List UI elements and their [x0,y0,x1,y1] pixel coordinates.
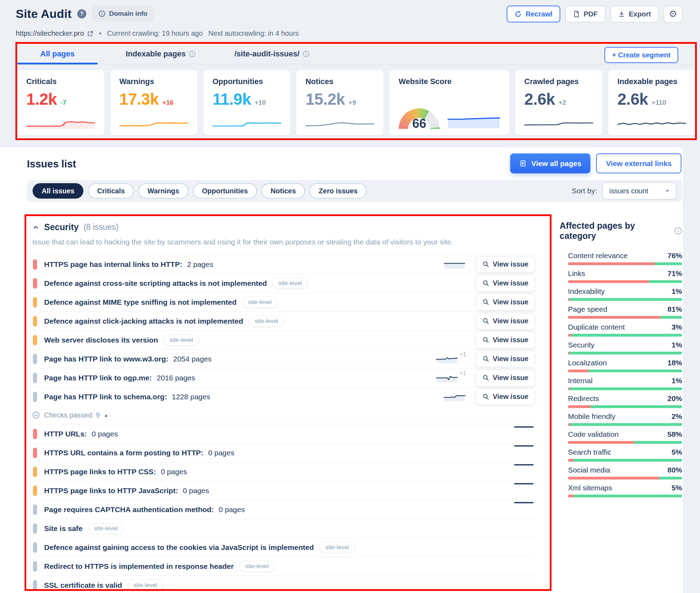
severity-indicator-notice [33,504,37,515]
pdf-label: PDF [584,10,598,18]
filter-pill-opportunities[interactable]: Opportunities [193,183,257,199]
card-label: Opportunities [213,77,282,86]
chevron-up-icon[interactable] [32,224,39,231]
issues-filter-bar: All issuesCriticalsWarningsOpportunities… [27,180,682,202]
severity-indicator-critical [33,429,37,439]
card-label: Warnings [119,77,188,86]
domain-info-button[interactable]: Domain info [92,6,154,22]
stat-card-website-score[interactable]: Website Score 66 [389,70,509,135]
view-issue-label: View issue [493,279,528,287]
affected-portion [568,370,589,372]
issue-page-count: 2016 pages [155,374,195,382]
card-delta: -7 [61,99,67,106]
sidebar-title: Affected pages by category [560,221,670,241]
magnifier-icon [483,318,489,324]
site-url-link[interactable]: https://sitechecker.pro [16,29,93,37]
issue-title: Page has HTTP link to ogp.me: 2016 pages [44,374,195,382]
filter-pill-notices[interactable]: Notices [262,183,305,199]
view-issue-button[interactable]: View issue [476,256,535,273]
view-issue-button[interactable]: View issue [476,313,535,329]
trend-delta: +1 [460,370,466,377]
stat-card-criticals[interactable]: Criticals 1.2k -7 [17,70,104,135]
stat-card-notices[interactable]: Notices 15.2k +9 [296,70,383,135]
info-icon [189,50,196,57]
security-section-header[interactable]: Security (8 issues) [32,222,536,232]
settings-button[interactable]: ⚙ [664,6,682,22]
view-issue-button[interactable]: View issue [476,294,535,310]
unaffected-portion [570,387,682,390]
category-label: Xml sitemaps [568,484,612,492]
issue-title: Redirect to HTTPS is implemented in resp… [44,562,234,571]
view-all-pages-button[interactable]: View all pages [510,153,590,173]
category-item-search-traffic: Search traffic 5% [568,448,682,462]
unaffected-portion [655,262,682,265]
tab-all-pages[interactable]: All pages [17,44,98,64]
recrawl-label: Recrawl [526,10,553,18]
export-button[interactable]: Export [610,6,659,22]
sort-dropdown[interactable]: issues count [602,182,677,200]
issue-title: Defence against gaining access to the co… [44,543,314,552]
card-sparkline [213,118,282,129]
recrawl-button[interactable]: Recrawl [507,6,560,22]
filter-pill-zero-issues[interactable]: Zero issues [310,183,367,199]
filter-pill-all-issues[interactable]: All issues [33,183,83,199]
category-progress-bar [568,405,682,408]
stat-card-crawled-pages[interactable]: Crawled pages 2.6k +2 [515,70,602,135]
create-segment-button[interactable]: + Create segment [604,47,678,63]
unaffected-portion [660,316,682,319]
site-level-badge: site-level [88,523,124,534]
card-sparkline [305,118,374,129]
affected-portion [568,334,571,337]
view-issue-button[interactable]: View issue [476,370,535,386]
document-icon [519,160,527,167]
category-label: Code validation [568,430,619,439]
card-label: Notices [305,77,374,86]
tab-indexable-pages[interactable]: Indexable pages [126,44,196,64]
stat-cards-row: Criticals 1.2k -7 Warnings 17.3k +16 Opp… [17,70,695,135]
view-all-pages-label: View all pages [531,159,581,168]
category-progress-bar [568,370,682,372]
help-icon[interactable]: ? [77,9,86,19]
stat-card-opportunities[interactable]: Opportunities 11.9k +10 [203,70,291,135]
svg-text:?: ? [80,11,84,17]
issue-title: HTTP URLs: 0 pages [44,430,118,438]
category-progress-bar [568,495,682,497]
flat-trend-dash [513,463,535,469]
category-item-redirects: Redirects 20% [568,394,682,408]
issue-row-web-server-discloses-its-version: Web server discloses its versionsite-lev… [32,330,536,349]
category-progress-bar [568,280,682,283]
view-issue-button[interactable]: View issue [476,351,535,367]
info-icon[interactable] [674,227,682,235]
view-issue-button[interactable]: View issue [476,389,535,405]
category-percentage: 80% [667,466,682,474]
passed-checks-rows: HTTP URLs: 0 pagesHTTPS URL contains a f… [32,424,536,593]
category-percentage: 81% [667,305,682,313]
affected-portion [568,477,659,480]
affected-portion [568,316,660,319]
severity-indicator-warning [33,297,37,308]
filter-pill-criticals[interactable]: Criticals [88,183,134,199]
stat-card-indexable-pages[interactable]: Indexable pages 2.6k +110 [608,70,695,135]
card-sparkline [448,116,500,128]
card-value: 11.9k [213,90,251,109]
checks-passed-toggle[interactable]: Checks passed: 9 ▴ [32,406,536,424]
info-icon [98,10,105,17]
view-external-links-button[interactable]: View external links [596,153,681,173]
view-issue-button[interactable]: View issue [476,332,535,348]
issue-row-page-has-http-link-to-ogp-me: Page has HTTP link to ogp.me: 2016 pages… [32,368,536,387]
caret-down-icon [665,189,670,193]
category-progress-bar [568,477,682,480]
tab-site-audit-issues[interactable]: /site-audit-issues/ [234,44,310,64]
filter-pill-warnings[interactable]: Warnings [138,183,188,199]
severity-indicator-notice [33,523,37,534]
pdf-button[interactable]: PDF [565,6,605,22]
unaffected-portion [570,423,682,426]
download-icon [618,11,625,18]
magnifier-icon [483,337,489,343]
category-item-internal: Internal 1% [568,377,682,390]
card-sparkline [617,118,686,129]
category-percentage: 58% [667,430,682,439]
stat-card-warnings[interactable]: Warnings 17.3k +16 [110,70,197,135]
issues-actions: View all pages View external links [510,153,681,173]
view-issue-button[interactable]: View issue [476,275,535,291]
